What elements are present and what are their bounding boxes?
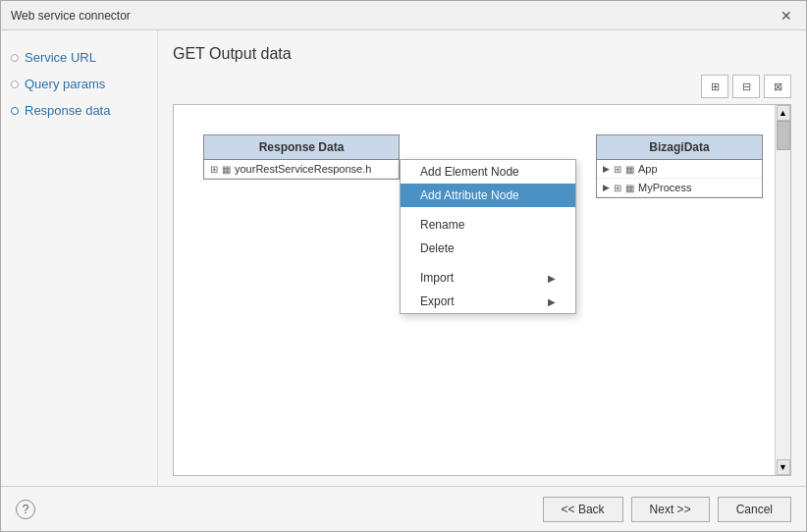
response-node-row-label: yourRestServiceResponse.h xyxy=(235,163,371,175)
bizagi-data-node[interactable]: BizagiData ▶ ⊞ ▦ App ▶ ⊞ ▦ MyProcess xyxy=(596,134,763,198)
cancel-button[interactable]: Cancel xyxy=(718,497,791,522)
grid-icon-mp: ⊞ xyxy=(614,183,621,193)
sidebar-label-query-params: Query params xyxy=(25,77,105,91)
scrollbar-right[interactable]: ▲ ▼ xyxy=(775,105,790,475)
bizagi-row-myprocess[interactable]: ▶ ⊞ ▦ MyProcess xyxy=(597,179,762,197)
context-menu: Add Element Node Add Attribute Node Rena… xyxy=(400,159,576,314)
sidebar: Service URL Query params Response data xyxy=(1,30,158,486)
import-label: Import xyxy=(420,271,454,285)
expand-icon: ▶ xyxy=(603,164,610,174)
toolbar-btn-1[interactable]: ⊞ xyxy=(701,75,728,98)
context-menu-item-add-attribute-node[interactable]: Add Attribute Node xyxy=(401,184,575,207)
footer: ? << Back Next >> Cancel xyxy=(1,486,806,531)
sidebar-item-response-data[interactable]: Response data xyxy=(11,103,147,118)
title-bar: Web service connector ✕ xyxy=(1,1,806,30)
sidebar-item-query-params[interactable]: Query params xyxy=(11,77,147,91)
help-button[interactable]: ? xyxy=(16,500,35,519)
export-arrow-icon: ▶ xyxy=(548,296,556,307)
dot-icon xyxy=(11,80,19,88)
close-button[interactable]: ✕ xyxy=(777,8,796,24)
scrollbar-thumb[interactable] xyxy=(777,121,790,150)
sidebar-label-service-url: Service URL xyxy=(25,50,96,65)
sidebar-label-response-data: Response data xyxy=(25,103,110,118)
window-title: Web service connector xyxy=(11,9,131,23)
delete-label: Delete xyxy=(420,241,455,255)
rename-label: Rename xyxy=(420,218,464,232)
dot-icon xyxy=(11,107,19,115)
bizagi-row-app[interactable]: ▶ ⊞ ▦ App xyxy=(597,160,762,179)
scroll-down-arrow[interactable]: ▼ xyxy=(777,459,790,475)
toolbar-btn-2[interactable]: ⊟ xyxy=(732,75,760,98)
next-button[interactable]: Next >> xyxy=(631,497,710,522)
right-panel: GET Output data ⊞ ⊟ ⊠ Response Data ⊞ ▦ … xyxy=(158,30,806,486)
expand-icon-2: ▶ xyxy=(603,183,610,192)
diagram-area: Response Data ⊞ ▦ yourRestServiceRespons… xyxy=(173,104,791,476)
bizagi-row-myprocess-label: MyProcess xyxy=(638,182,691,193)
response-data-node[interactable]: Response Data ⊞ ▦ yourRestServiceRespons… xyxy=(203,134,400,180)
toolbar: ⊞ ⊟ ⊠ xyxy=(173,75,791,98)
add-element-node-label: Add Element Node xyxy=(420,165,519,179)
main-content: Service URL Query params Response data G… xyxy=(1,30,806,486)
add-attribute-node-label: Add Attribute Node xyxy=(420,188,519,202)
back-button[interactable]: << Back xyxy=(543,497,623,522)
bizagi-row-app-label: App xyxy=(638,163,658,175)
export-label: Export xyxy=(420,294,455,308)
diagram-inner: Response Data ⊞ ▦ yourRestServiceRespons… xyxy=(174,105,775,475)
table-icon: ▦ xyxy=(222,164,231,175)
grid-icon-app: ⊞ xyxy=(614,164,621,175)
response-node-header: Response Data xyxy=(204,135,399,160)
context-menu-item-import[interactable]: Import ▶ xyxy=(401,266,575,290)
context-menu-item-delete[interactable]: Delete xyxy=(401,237,575,260)
table-icon-mp: ▦ xyxy=(625,183,634,193)
import-arrow-icon: ▶ xyxy=(548,273,556,284)
toolbar-btn-3[interactable]: ⊠ xyxy=(764,75,791,98)
context-menu-item-export[interactable]: Export ▶ xyxy=(401,290,575,313)
response-node-row[interactable]: ⊞ ▦ yourRestServiceResponse.h xyxy=(204,160,399,179)
dot-icon xyxy=(11,54,19,62)
context-menu-item-add-element-node[interactable]: Add Element Node xyxy=(401,160,575,184)
grid-icon: ⊞ xyxy=(210,164,218,175)
context-menu-item-rename[interactable]: Rename xyxy=(401,213,575,237)
panel-title: GET Output data xyxy=(173,45,791,63)
window: Web service connector ✕ Service URL Quer… xyxy=(0,0,807,532)
sidebar-item-service-url[interactable]: Service URL xyxy=(11,50,147,65)
scroll-up-arrow[interactable]: ▲ xyxy=(777,105,790,121)
table-icon-app: ▦ xyxy=(625,164,634,175)
footer-buttons: << Back Next >> Cancel xyxy=(543,497,791,522)
bizagi-node-header: BizagiData xyxy=(597,135,762,160)
